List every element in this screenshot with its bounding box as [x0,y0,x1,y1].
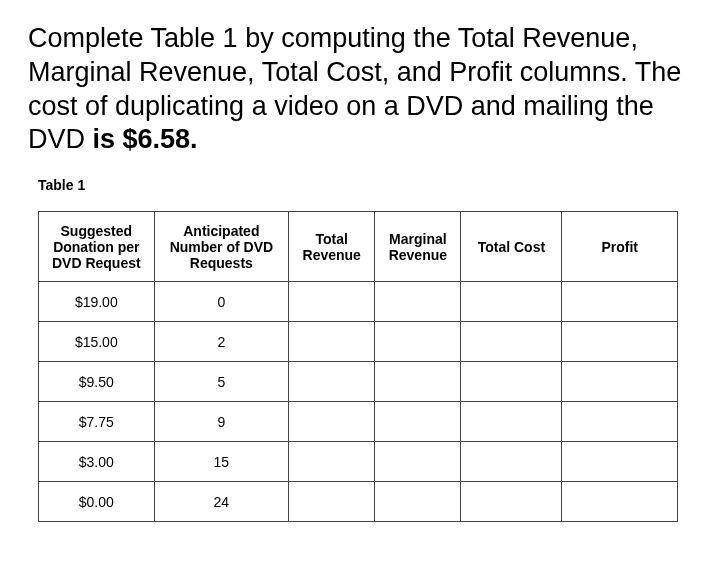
cell-donation: $9.50 [39,362,155,402]
cell-requests: 24 [154,482,289,522]
cell-donation: $19.00 [39,282,155,322]
cell-marginal-revenue [375,442,461,482]
cell-marginal-revenue [375,402,461,442]
question-text: Complete Table 1 by computing the Total … [28,22,692,157]
cell-profit [562,322,678,362]
table-row: $0.00 24 [39,482,678,522]
table-body: $19.00 0 $15.00 2 $9.50 5 $7.75 9 [39,282,678,522]
cell-marginal-revenue [375,322,461,362]
col-header-marginal-revenue: Marginal Revenue [375,212,461,282]
cell-total-cost [461,402,562,442]
cell-donation: $0.00 [39,482,155,522]
cell-profit [562,282,678,322]
cell-total-revenue [289,442,375,482]
table-caption: Table 1 [38,177,692,193]
cell-total-cost [461,442,562,482]
cell-total-revenue [289,402,375,442]
cell-profit [562,402,678,442]
cell-total-cost [461,322,562,362]
col-header-donation: Suggested Donation per DVD Request [39,212,155,282]
cell-total-revenue [289,482,375,522]
cell-requests: 0 [154,282,289,322]
cell-marginal-revenue [375,362,461,402]
col-header-total-cost: Total Cost [461,212,562,282]
cell-total-cost [461,282,562,322]
cell-total-cost [461,362,562,402]
question-emphasis: is $6.58. [93,124,198,154]
cell-donation: $15.00 [39,322,155,362]
data-table: Suggested Donation per DVD Request Antic… [38,211,678,522]
table-row: $19.00 0 [39,282,678,322]
cell-total-revenue [289,362,375,402]
cell-requests: 2 [154,322,289,362]
table-row: $9.50 5 [39,362,678,402]
col-header-total-revenue: Total Revenue [289,212,375,282]
col-header-profit: Profit [562,212,678,282]
cell-profit [562,442,678,482]
cell-total-revenue [289,322,375,362]
cell-donation: $3.00 [39,442,155,482]
cell-profit [562,362,678,402]
cell-total-cost [461,482,562,522]
table-row: $15.00 2 [39,322,678,362]
cell-marginal-revenue [375,282,461,322]
cell-donation: $7.75 [39,402,155,442]
table-header-row: Suggested Donation per DVD Request Antic… [39,212,678,282]
table-row: $7.75 9 [39,402,678,442]
cell-total-revenue [289,282,375,322]
cell-profit [562,482,678,522]
cell-marginal-revenue [375,482,461,522]
cell-requests: 5 [154,362,289,402]
cell-requests: 15 [154,442,289,482]
col-header-requests: Anticipated Number of DVD Requests [154,212,289,282]
table-row: $3.00 15 [39,442,678,482]
cell-requests: 9 [154,402,289,442]
